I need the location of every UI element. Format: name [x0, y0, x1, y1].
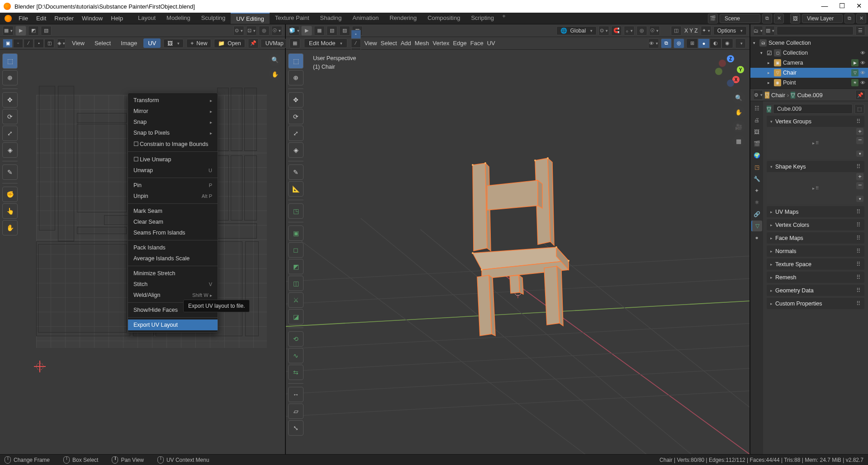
- breadcrumb-cube[interactable]: Cube.009: [797, 92, 822, 99]
- ptab-output-icon[interactable]: 🖨: [751, 115, 762, 126]
- uv-tool-transform[interactable]: ◈: [2, 142, 18, 158]
- vp-pivot-icon[interactable]: ⊙▾: [598, 26, 609, 36]
- uv-2d-cursor[interactable]: [34, 361, 46, 372]
- section-texture-space[interactable]: ▸Texture Space⠿: [767, 258, 864, 270]
- tab-animation[interactable]: Animation: [347, 13, 384, 24]
- vp-menu-face[interactable]: Face: [470, 40, 484, 47]
- scene-unlink-button[interactable]: ✕: [774, 14, 784, 23]
- axis-z-icon[interactable]: Z: [727, 55, 734, 62]
- datablock-name-field[interactable]: Cube.009: [773, 104, 853, 114]
- tab-rendering[interactable]: Rendering: [384, 13, 422, 24]
- uv-island-select-icon[interactable]: ◫: [44, 39, 54, 48]
- vp-tool-select-box[interactable]: ⬚: [288, 53, 304, 69]
- uv-pin-icon[interactable]: 📌: [248, 38, 259, 48]
- visibility-eye-icon[interactable]: 👁: [860, 50, 865, 56]
- viewlayer-field[interactable]: View Layer: [802, 14, 843, 23]
- vp-vertex-select-icon[interactable]: ▫: [351, 30, 361, 39]
- uv-menu-image[interactable]: Image: [117, 40, 141, 47]
- uv-tool-grab[interactable]: ✊: [2, 187, 18, 202]
- vp-cursor-tool-icon[interactable]: ▶: [301, 26, 312, 36]
- uv-tool-move[interactable]: ✥: [2, 92, 18, 108]
- visibility-eye-icon[interactable]: 👁: [860, 70, 865, 75]
- vp-menu-mesh[interactable]: Mesh: [415, 40, 429, 47]
- menu-render[interactable]: Render: [50, 15, 78, 22]
- section-vertex-colors[interactable]: ▸Vertex Colors⠿: [767, 219, 864, 230]
- vp-tool-add-cube[interactable]: ◳: [288, 203, 304, 219]
- vp-tool-shear[interactable]: ▱: [288, 404, 304, 419]
- ptab-scene-icon[interactable]: 🎬: [751, 138, 762, 149]
- window-minimize-button[interactable]: —: [820, 2, 829, 10]
- vp-shading-rendered-icon[interactable]: ◉: [721, 38, 733, 48]
- dd-pack-islands[interactable]: Pack Islands: [128, 242, 218, 253]
- dd-seams-from-islands[interactable]: Seams From Islands: [128, 227, 218, 238]
- vp-tool-loopcut[interactable]: ◫: [288, 276, 304, 291]
- section-face-maps[interactable]: ▸Face Maps⠿: [767, 232, 864, 244]
- vp-tool-transform[interactable]: ◈: [288, 142, 304, 158]
- vp-menu-edge[interactable]: Edge: [453, 40, 466, 47]
- dd-live-unwrap[interactable]: ☐Live Unwrap: [128, 154, 218, 165]
- outliner-search-input[interactable]: [777, 26, 854, 35]
- vp-tool-rip[interactable]: ⤡: [288, 420, 304, 436]
- section-geometry-data[interactable]: ▸Geometry Data⠿: [767, 285, 864, 296]
- vp-proportional-falloff-icon[interactable]: ⦾▾: [649, 26, 660, 36]
- visibility-eye-icon[interactable]: 👁: [860, 60, 865, 66]
- remove-vgroup-button[interactable]: −: [856, 137, 863, 144]
- chair-mesh[interactable]: [446, 147, 590, 341]
- dd-pin[interactable]: PinP: [128, 180, 218, 191]
- vp-tool-smooth[interactable]: ∿: [288, 348, 304, 363]
- vp-editor-type-icon[interactable]: 🧊▾: [289, 26, 299, 36]
- props-pin-icon[interactable]: 📌: [855, 90, 865, 100]
- tab-sculpting[interactable]: Sculpting: [196, 13, 231, 24]
- vp-tool-shrink[interactable]: ↔: [288, 387, 304, 402]
- section-custom-properties[interactable]: ▸Custom Properties⠿: [767, 298, 864, 309]
- outliner-camera[interactable]: ▸▣ Camera ▶ 👁: [750, 58, 868, 68]
- uv-tool-pinch[interactable]: ✋: [2, 220, 18, 235]
- tab-texture-paint[interactable]: Texture Paint: [270, 13, 315, 24]
- outliner-filter-icon[interactable]: ☰: [855, 26, 865, 36]
- vp-shading-lookdev-icon[interactable]: ◐: [710, 38, 721, 48]
- vp-tool-bevel[interactable]: ◩: [288, 259, 304, 274]
- viewport-canvas[interactable]: ⬚ ⊕ ✥ ⟳ ⤢ ◈ ✎ 📐 ◳ ▣ ◻ ◩ ◫: [286, 50, 749, 454]
- vp-tool-edge-slide[interactable]: ⇆: [288, 365, 304, 380]
- vp-tool-inset[interactable]: ◻: [288, 242, 304, 258]
- ptab-meshdata-icon[interactable]: ▽: [751, 221, 762, 231]
- vp-select-mode-1-icon[interactable]: ▦: [314, 26, 325, 36]
- uv-vertex-select-icon[interactable]: ▫: [13, 39, 23, 48]
- vp-select-mode-2-icon[interactable]: ▧: [327, 26, 337, 36]
- vp-select-mode-3-icon[interactable]: ▨: [339, 26, 350, 36]
- uv-cursor-tool-icon[interactable]: ▶: [15, 26, 26, 36]
- axis-neg-z-icon[interactable]: [727, 80, 734, 87]
- vp-zoom-button[interactable]: 🔍: [732, 91, 745, 104]
- uv-snap-magnet-icon[interactable]: ⊡▾: [246, 26, 257, 36]
- axis-neg-x-icon[interactable]: [719, 60, 726, 67]
- tab-scripting[interactable]: Scripting: [465, 13, 499, 24]
- props-editor-type-icon[interactable]: ⚙▾: [753, 90, 763, 100]
- outliner-type-icon[interactable]: 🗂▾: [753, 26, 763, 36]
- menu-help[interactable]: Help: [107, 15, 127, 22]
- uv-face-select-icon[interactable]: ▪: [34, 39, 44, 48]
- viewlayer-remove-button[interactable]: ✕: [856, 14, 866, 23]
- vp-tool-polybuild[interactable]: ◪: [288, 309, 304, 324]
- dd-minimize-stretch[interactable]: Minimize Stretch: [128, 268, 218, 279]
- dd-mirror[interactable]: Mirror▸: [128, 106, 218, 117]
- dd-unwrap[interactable]: UnwrapU: [128, 165, 218, 176]
- uv-display-alpha-icon[interactable]: ▧: [41, 26, 52, 36]
- tab-compositing[interactable]: Compositing: [422, 13, 465, 24]
- vp-visibility-icon[interactable]: 👁▾: [648, 38, 659, 48]
- tab-uv-editing[interactable]: UV Editing: [231, 13, 269, 24]
- uv-image-browse-icon[interactable]: 🖼▾: [163, 39, 184, 48]
- vp-camera-button[interactable]: 🎥: [732, 120, 745, 133]
- vp-snap-type-icon[interactable]: ⬦▾: [624, 26, 635, 36]
- props-panel[interactable]: ▽ Cube.009 ⬚ ▾Vertex Groups⠿ +−▾▸ ⠿ ▾Sha…: [763, 101, 868, 454]
- tab-shading[interactable]: Shading: [315, 13, 347, 24]
- outliner-scene-collection[interactable]: ▾🗂 Scene Collection: [750, 38, 868, 48]
- vp-tool-rotate[interactable]: ⟳: [288, 109, 304, 124]
- ptab-viewlayer-icon[interactable]: 🖼: [751, 127, 762, 137]
- uv-new-image-button[interactable]: + New: [186, 39, 211, 48]
- vp-tool-measure[interactable]: 📐: [288, 181, 304, 197]
- uv-tool-scale[interactable]: ⤢: [2, 126, 18, 141]
- uv-sticky-select-icon[interactable]: ◈▾: [57, 38, 66, 48]
- ptab-material-icon[interactable]: ●: [751, 232, 762, 243]
- ptab-modifier-icon[interactable]: 🔧: [751, 174, 762, 184]
- dd-snap-pixels[interactable]: Snap to Pixels▸: [128, 127, 218, 138]
